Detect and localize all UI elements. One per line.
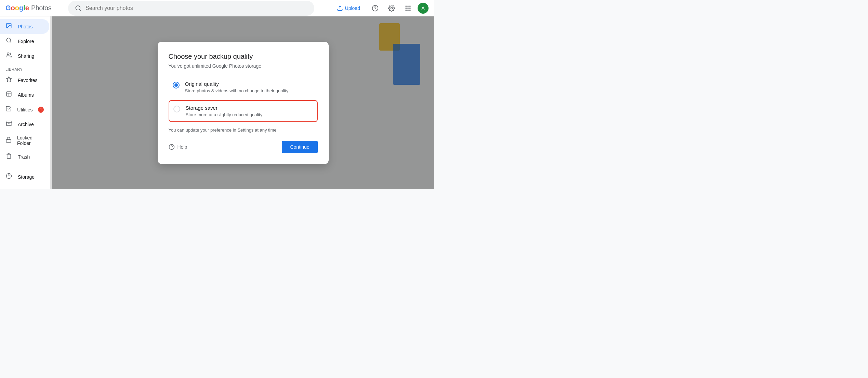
sidebar-item-locked-folder-label: Locked Folder: [17, 135, 44, 146]
search-bar[interactable]: [68, 1, 314, 16]
gear-icon: [388, 5, 395, 12]
storage-saver-radio[interactable]: [173, 106, 180, 112]
storage-saver-option[interactable]: Storage saver Store more at a slightly r…: [169, 100, 318, 122]
photos-icon: [5, 23, 12, 30]
original-quality-option[interactable]: Original quality Store photos & videos w…: [169, 77, 318, 97]
header: Google Photos Upload: [0, 0, 434, 16]
search-input[interactable]: [86, 5, 307, 11]
sidebar-item-locked-folder[interactable]: Locked Folder: [0, 132, 49, 149]
svg-point-17: [6, 38, 11, 42]
original-quality-radio[interactable]: [173, 82, 180, 89]
original-quality-content: Original quality Store photos & videos w…: [185, 81, 289, 93]
sidebar-item-albums-label: Albums: [18, 92, 34, 98]
sidebar-item-archive-label: Archive: [18, 122, 34, 127]
help-label: Help: [177, 144, 187, 150]
svg-rect-13: [407, 10, 408, 11]
help-button[interactable]: [368, 1, 382, 15]
search-icon: [75, 5, 81, 12]
svg-marker-20: [6, 77, 12, 82]
svg-rect-11: [409, 8, 410, 9]
svg-rect-9: [405, 8, 406, 9]
library-section-label: LIBRARY: [0, 63, 52, 73]
storage-saver-desc: Store more at a slightly reduced quality: [186, 112, 263, 117]
svg-rect-14: [409, 10, 410, 11]
sidebar-item-sharing-label: Sharing: [18, 53, 34, 59]
sidebar-item-trash-label: Trash: [18, 154, 30, 160]
app-name: Photos: [31, 4, 51, 12]
svg-rect-24: [6, 139, 11, 142]
original-quality-label: Original quality: [185, 81, 289, 87]
svg-point-5: [391, 7, 392, 9]
help-icon: [372, 5, 379, 12]
favorites-icon: [5, 76, 12, 84]
original-quality-desc: Store photos & videos with no change to …: [185, 88, 289, 93]
help-button[interactable]: Help: [169, 141, 187, 153]
sidebar-item-utilities[interactable]: Utilities 1: [0, 102, 49, 117]
upload-label: Upload: [345, 5, 360, 11]
dialog-title: Choose your backup quality: [169, 53, 318, 60]
help-circle-icon: [169, 144, 175, 150]
sidebar-item-explore[interactable]: Explore: [0, 34, 49, 49]
sidebar-item-trash[interactable]: Trash: [0, 149, 49, 164]
logo: Google Photos: [5, 4, 51, 12]
sidebar-item-storage[interactable]: Storage: [0, 170, 49, 184]
main-content-area: Ready to add some photos? Drag photos & …: [52, 16, 434, 189]
svg-line-1: [79, 9, 80, 10]
avatar[interactable]: A: [418, 3, 429, 14]
utilities-icon: [5, 106, 12, 113]
sidebar-item-archive[interactable]: Archive: [0, 117, 49, 132]
sidebar-item-favorites-label: Favorites: [18, 78, 38, 83]
sidebar-item-utilities-label: Utilities: [17, 107, 32, 112]
sharing-icon: [5, 52, 12, 60]
svg-rect-12: [405, 10, 406, 11]
layout: Photos Explore Sharing LIBRARY Favorites: [0, 16, 434, 189]
lock-icon: [5, 137, 12, 145]
svg-rect-8: [409, 5, 410, 6]
sidebar-item-photos[interactable]: Photos: [0, 19, 49, 34]
storage-icon: [5, 173, 12, 181]
storage-saver-content: Storage saver Store more at a slightly r…: [186, 105, 263, 117]
sidebar: Photos Explore Sharing LIBRARY Favorites: [0, 16, 52, 189]
continue-button[interactable]: Continue: [282, 141, 317, 153]
explore-icon: [5, 37, 12, 45]
sidebar-item-favorites[interactable]: Favorites: [0, 73, 49, 87]
svg-point-0: [76, 5, 80, 10]
svg-point-19: [7, 53, 9, 55]
svg-line-18: [10, 41, 11, 42]
svg-rect-6: [405, 5, 406, 6]
sidebar-item-sharing[interactable]: Sharing: [0, 49, 49, 63]
dialog-subtitle: You've got unlimited Google Photos stora…: [169, 63, 318, 69]
svg-rect-22: [6, 121, 12, 122]
google-logo: Google: [5, 4, 29, 12]
dialog-footer: Help Continue: [169, 141, 318, 153]
archive-icon: [5, 120, 12, 128]
svg-rect-10: [407, 8, 408, 9]
modal-overlay: Choose your backup quality You've got un…: [52, 16, 434, 189]
header-actions: Upload A: [331, 1, 429, 15]
settings-button[interactable]: [385, 1, 398, 15]
trash-icon: [5, 153, 12, 161]
svg-rect-7: [407, 5, 408, 6]
storage-saver-label: Storage saver: [186, 105, 263, 111]
sidebar-item-photos-label: Photos: [18, 24, 33, 29]
albums-icon: [5, 91, 12, 99]
grid-icon: [405, 5, 411, 12]
upload-icon: [337, 5, 343, 11]
dialog-note: You can update your preference in Settin…: [169, 127, 318, 133]
svg-rect-21: [6, 92, 11, 96]
upload-button[interactable]: Upload: [331, 2, 366, 14]
svg-point-16: [8, 24, 8, 25]
sidebar-item-albums[interactable]: Albums: [0, 87, 49, 102]
apps-button[interactable]: [401, 1, 415, 15]
sidebar-item-explore-label: Explore: [18, 39, 34, 44]
sidebar-storage-label: Storage: [18, 174, 35, 180]
backup-quality-dialog: Choose your backup quality You've got un…: [158, 42, 329, 164]
utilities-badge: 1: [38, 107, 44, 113]
